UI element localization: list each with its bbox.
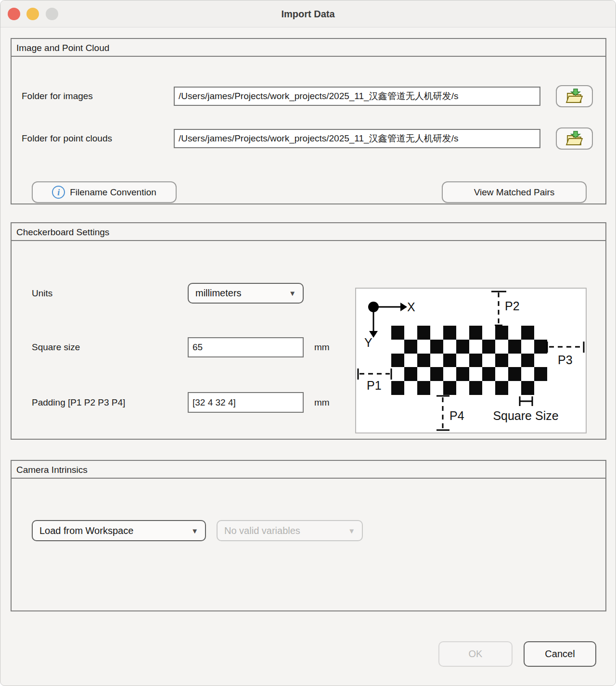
cancel-button-label: Cancel [545, 648, 575, 660]
intrinsics-source-dropdown[interactable]: Load from Workspace ▼ [32, 520, 206, 541]
folder-point-clouds-label: Folder for point clouds [22, 129, 112, 148]
padding-label: Padding [P1 P2 P3 P4] [32, 392, 125, 413]
folder-images-input[interactable] [174, 87, 540, 106]
ok-button: OK [438, 641, 513, 667]
folder-point-clouds-input[interactable] [174, 129, 540, 148]
units-label: Units [32, 283, 52, 304]
intrinsics-variable-dropdown: No valid variables ▼ [217, 520, 363, 541]
p4-label: P4 [449, 409, 464, 423]
padding-input[interactable] [188, 392, 304, 413]
ok-button-label: OK [469, 648, 483, 660]
browse-images-button[interactable] [556, 85, 593, 107]
intrinsics-variable-value: No valid variables [224, 525, 344, 536]
filename-convention-label: Filename Convention [70, 187, 156, 198]
import-data-dialog: Import Data Image and Point Cloud Folder… [0, 0, 616, 686]
chevron-down-icon: ▼ [289, 289, 296, 297]
cancel-button[interactable]: Cancel [524, 641, 596, 667]
padding-unit: mm [314, 392, 330, 413]
square-size-unit: mm [314, 337, 330, 357]
title-bar: Import Data [0, 0, 616, 27]
square-size-input[interactable] [188, 337, 304, 357]
section-title: Checkerboard Settings [12, 223, 605, 241]
section-title: Camera Intrinsics [12, 461, 605, 479]
chevron-down-icon: ▼ [191, 527, 198, 535]
browse-point-clouds-button[interactable] [556, 127, 593, 150]
square-size-label: Square size [32, 337, 80, 357]
folder-images-label: Folder for images [22, 87, 93, 106]
section-title: Image and Point Cloud [12, 39, 605, 57]
view-matched-pairs-label: View Matched Pairs [474, 187, 555, 198]
intrinsics-source-value: Load from Workspace [39, 525, 187, 536]
square-size-diagram-label: Square Size [486, 409, 565, 423]
filename-convention-button[interactable]: i Filename Convention [32, 181, 177, 203]
units-dropdown[interactable]: millimeters ▼ [188, 283, 304, 304]
section-camera-intrinsics: Camera Intrinsics Load from Workspace ▼ … [11, 460, 606, 611]
section-image-and-point-cloud: Image and Point Cloud Folder for images … [11, 38, 606, 204]
axis-y-label: Y [364, 336, 372, 350]
section-checkerboard-settings: Checkerboard Settings Units millimeters … [11, 222, 606, 440]
p1-label: P1 [367, 379, 382, 393]
window-title: Import Data [0, 0, 616, 27]
folder-import-icon [565, 88, 584, 105]
axis-x-label: X [407, 300, 415, 314]
view-matched-pairs-button[interactable]: View Matched Pairs [442, 181, 587, 203]
chevron-down-icon: ▼ [348, 527, 355, 535]
p2-label: P2 [505, 299, 520, 313]
p3-label: P3 [558, 353, 573, 367]
checkerboard-diagram: X Y P2 P3 P1 P4 Square Size [355, 288, 587, 433]
folder-import-icon [565, 130, 584, 147]
info-icon: i [52, 186, 65, 199]
units-dropdown-value: millimeters [195, 288, 285, 299]
